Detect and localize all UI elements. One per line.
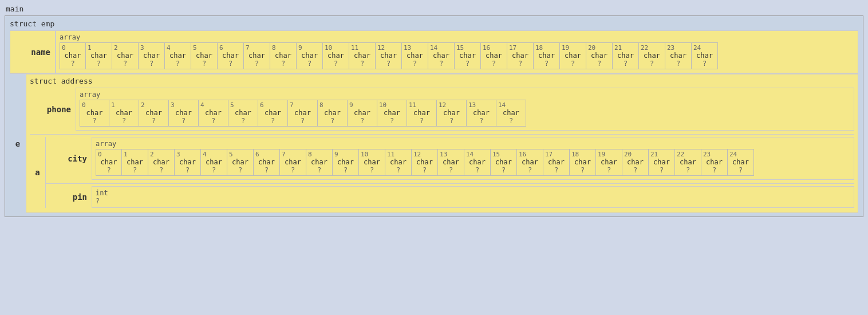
cell-value: ?	[676, 60, 680, 68]
array-cell-6: 6char?	[254, 149, 280, 176]
phone-field-label: phone	[30, 88, 76, 131]
cell-index: 6	[260, 101, 264, 109]
cell-type: char	[169, 52, 186, 60]
cell-type: char	[235, 109, 251, 117]
cell-value: ?	[449, 117, 453, 125]
cell-value: ?	[238, 166, 242, 174]
cell-type: char	[495, 158, 512, 166]
array-cell-15: 15char?	[455, 42, 481, 69]
cell-value: ?	[360, 60, 364, 68]
cell-value: ?	[334, 60, 338, 68]
cell-index: 6	[255, 151, 259, 158]
cell-index: 7	[290, 101, 294, 109]
cell-index: 11	[351, 44, 358, 52]
city-array-block: array 0char?1char?2char?3char?4char?5cha…	[92, 137, 854, 180]
cell-type: char	[670, 52, 686, 60]
cell-index: 14	[498, 101, 506, 109]
cell-type: char	[232, 158, 248, 166]
cell-index: 4	[203, 151, 207, 158]
cell-type: char	[248, 52, 265, 60]
cell-type: char	[390, 158, 407, 166]
cell-type: char	[205, 109, 222, 117]
cell-index: 5	[230, 101, 234, 109]
cell-value: ?	[660, 166, 664, 174]
cell-index: 6	[219, 44, 223, 52]
cell-value: ?	[255, 60, 259, 68]
cell-type: char	[591, 52, 607, 60]
cell-value: ?	[650, 60, 654, 68]
array-cell-9: 9char?	[297, 42, 323, 69]
pin-section: pin int ?	[46, 186, 854, 208]
city-pin-area: city array 0char?1char?2char?3char?4char…	[46, 137, 854, 208]
cell-value: ?	[528, 166, 532, 174]
array-cell-4: 4char?	[165, 42, 191, 69]
array-cell-7: 7char?	[288, 100, 318, 127]
array-cell-1: 1char?	[86, 42, 112, 69]
cell-index: 3	[176, 151, 180, 158]
cell-index: 2	[141, 101, 145, 109]
array-cell-11: 11char?	[407, 100, 437, 127]
array-cell-3: 3char?	[139, 42, 165, 69]
cell-type: char	[86, 109, 103, 117]
cell-value: ?	[439, 60, 443, 68]
phone-array-cells: 0char?1char?2char?3char?4char?5char?6cha…	[80, 100, 850, 127]
array-cell-2: 2char?	[112, 42, 139, 69]
cell-index: 10	[379, 101, 386, 109]
cell-value: ?	[159, 166, 163, 174]
cell-index: 15	[492, 151, 500, 158]
cell-value: ?	[97, 60, 101, 68]
cell-index: 1	[124, 151, 128, 158]
cell-value: ?	[211, 117, 215, 125]
cell-index: 2	[114, 44, 118, 52]
cell-index: 9	[349, 101, 353, 109]
cell-type: char	[354, 52, 370, 60]
array-cell-8: 8char?	[270, 42, 297, 69]
array-cell-9: 9char?	[333, 149, 359, 176]
cell-index: 0	[82, 101, 86, 109]
array-cell-23: 23char?	[701, 149, 728, 176]
cell-value: ?	[423, 166, 427, 174]
cell-index: 13	[468, 101, 476, 109]
array-cell-8: 8char?	[318, 100, 348, 127]
cell-type: char	[617, 52, 634, 60]
cell-index: 10	[361, 151, 368, 158]
array-cell-2: 2char?	[139, 100, 169, 127]
cell-type: char	[627, 158, 644, 166]
cell-index: 8	[272, 44, 276, 52]
cell-value: ?	[307, 60, 311, 68]
array-cell-7: 7char?	[280, 149, 306, 176]
main-wrapper: main struct emp name array 0char?1char?2…	[5, 5, 863, 217]
cell-value: ?	[301, 117, 305, 125]
cell-index: 5	[193, 44, 197, 52]
array-cell-14: 14char?	[496, 100, 526, 127]
array-cell-22: 22char?	[639, 42, 665, 69]
cell-index: 19	[598, 151, 605, 158]
array-cell-4: 4char?	[199, 100, 228, 127]
array-cell-4: 4char?	[201, 149, 227, 176]
cell-value: ?	[396, 166, 400, 174]
a-and-city: a city array 0char?1char?2char?3char?4ch…	[30, 137, 854, 208]
main-label: main	[5, 5, 863, 13]
cell-index: 11	[387, 151, 394, 158]
name-field-label: name	[10, 30, 56, 73]
cell-index: 1	[111, 101, 115, 109]
cell-value: ?	[502, 166, 506, 174]
array-cell-21: 21char?	[613, 42, 639, 69]
cell-index: 9	[334, 151, 338, 158]
cell-index: 14	[466, 151, 474, 158]
cell-index: 17	[509, 44, 516, 52]
array-cell-14: 14char?	[428, 42, 455, 69]
cell-type: char	[354, 109, 370, 117]
cell-type: char	[473, 109, 490, 117]
array-cell-14: 14char?	[464, 149, 491, 176]
cell-index: 0	[98, 151, 102, 158]
cell-type: char	[206, 158, 222, 166]
cell-value: ?	[509, 117, 513, 125]
bottom-area: e struct address phone array 0char?1char…	[10, 74, 858, 213]
cell-type: char	[443, 158, 459, 166]
cell-type: char	[65, 52, 81, 60]
array-cell-24: 24char?	[728, 149, 754, 176]
cell-type: char	[101, 158, 117, 166]
array-cell-19: 19char?	[596, 149, 622, 176]
array-cell-18: 18char?	[534, 42, 560, 69]
